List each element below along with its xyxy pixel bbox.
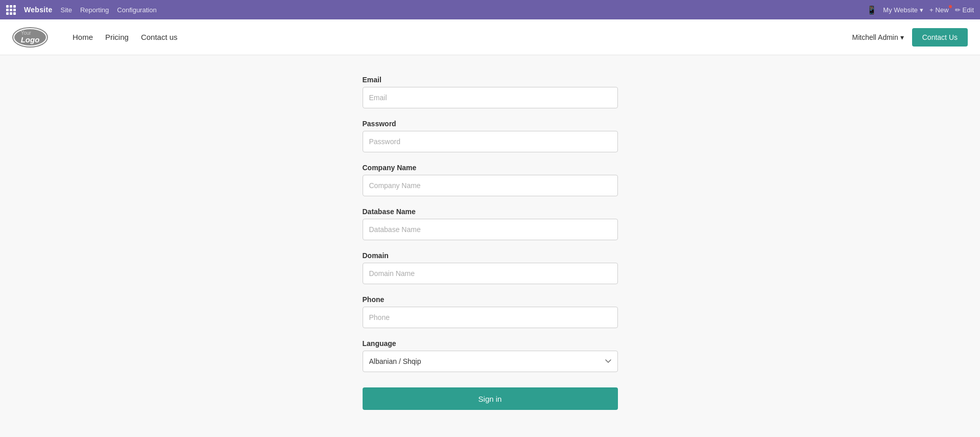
nav-pricing[interactable]: Pricing xyxy=(105,33,129,41)
domain-field-group: Domain xyxy=(363,251,618,284)
user-dropdown[interactable]: Mitchell Admin ▾ xyxy=(852,33,903,41)
chevron-down-icon: ▾ xyxy=(920,6,923,14)
admin-bar-left: Website Site Reporting Configuration xyxy=(6,5,858,15)
language-field-group: Language Albanian / Shqip English French… xyxy=(363,339,618,372)
logo-text: Your Logo xyxy=(21,31,40,43)
new-button[interactable]: + New xyxy=(929,6,949,14)
password-input[interactable] xyxy=(363,131,618,152)
database-field-group: Database Name xyxy=(363,208,618,240)
domain-label: Domain xyxy=(363,251,618,260)
admin-nav-site[interactable]: Site xyxy=(61,6,72,14)
form-container: Email Password Company Name Database Nam… xyxy=(363,76,618,417)
logo-oval: Your Logo xyxy=(12,27,48,48)
database-label: Database Name xyxy=(363,208,618,216)
language-label: Language xyxy=(363,339,618,348)
nav-home[interactable]: Home xyxy=(73,33,93,41)
my-website-label: My Website xyxy=(883,6,918,14)
edit-button[interactable]: ✏ Edit xyxy=(955,6,974,14)
user-chevron-icon: ▾ xyxy=(900,33,904,41)
main-content: Email Password Company Name Database Nam… xyxy=(0,55,980,437)
contact-us-button[interactable]: Contact Us xyxy=(912,28,968,47)
edit-label: Edit xyxy=(963,6,974,14)
my-website-button[interactable]: My Website ▾ xyxy=(883,6,923,14)
admin-nav-reporting[interactable]: Reporting xyxy=(80,6,109,14)
mobile-icon[interactable]: 📱 xyxy=(867,5,877,15)
new-label: New xyxy=(936,6,949,14)
nav-contact-us[interactable]: Contact us xyxy=(141,33,178,41)
domain-input[interactable] xyxy=(363,263,618,284)
logo: Your Logo xyxy=(12,27,48,48)
company-label: Company Name xyxy=(363,164,618,172)
language-select[interactable]: Albanian / Shqip English French German S… xyxy=(363,351,618,372)
email-input[interactable] xyxy=(363,87,618,108)
nav-right: Mitchell Admin ▾ Contact Us xyxy=(852,28,968,47)
email-field-group: Email xyxy=(363,76,618,108)
website-nav: Your Logo Home Pricing Contact us Mitche… xyxy=(0,19,980,55)
phone-label: Phone xyxy=(363,295,618,304)
password-field-group: Password xyxy=(363,120,618,152)
company-input[interactable] xyxy=(363,175,618,196)
admin-bar-right: 📱 My Website ▾ + New ✏ Edit xyxy=(867,5,974,15)
admin-bar: Website Site Reporting Configuration 📱 M… xyxy=(0,0,980,19)
new-badge-dot xyxy=(949,5,952,8)
company-field-group: Company Name xyxy=(363,164,618,196)
database-input[interactable] xyxy=(363,219,618,240)
sign-in-button[interactable]: Sign in xyxy=(363,387,618,410)
user-name: Mitchell Admin xyxy=(852,33,898,41)
phone-field-group: Phone xyxy=(363,295,618,328)
admin-nav-configuration[interactable]: Configuration xyxy=(117,6,156,14)
pencil-icon: ✏ xyxy=(955,6,961,14)
nav-links: Home Pricing Contact us xyxy=(73,33,835,41)
password-label: Password xyxy=(363,120,618,128)
grid-icon[interactable] xyxy=(6,5,16,15)
phone-input[interactable] xyxy=(363,307,618,328)
admin-brand-label: Website xyxy=(24,6,53,14)
email-label: Email xyxy=(363,76,618,84)
